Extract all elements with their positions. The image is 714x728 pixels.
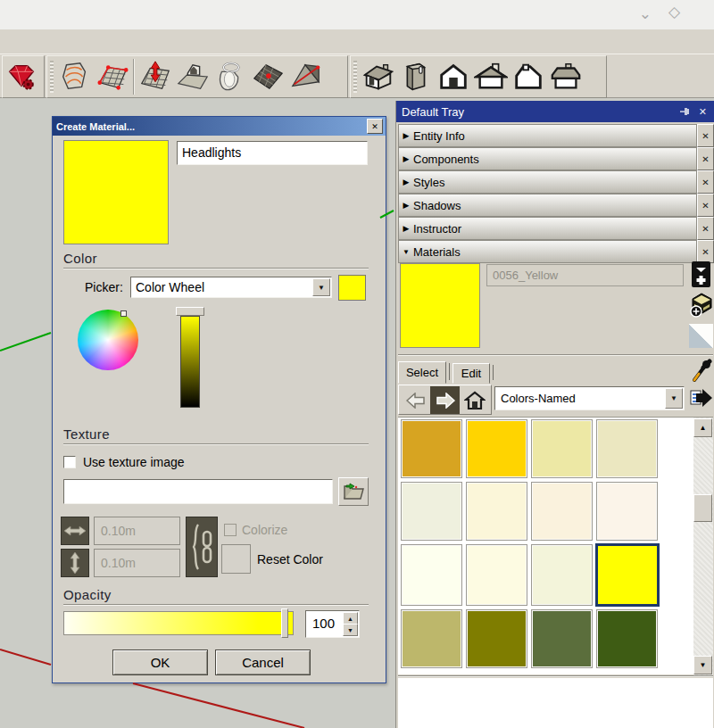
ruby-extension-icon[interactable] — [3, 58, 40, 95]
color-swatch[interactable] — [401, 609, 462, 668]
house-chimney-icon[interactable] — [472, 58, 510, 95]
close-icon[interactable]: ✕ — [697, 217, 714, 240]
stamp-icon[interactable] — [174, 58, 212, 95]
scroll-down-icon[interactable]: ▼ — [693, 656, 712, 674]
house-3d-icon[interactable] — [360, 58, 397, 95]
collection-dropdown[interactable]: Colors-Named ▼ — [494, 386, 685, 410]
color-swatch[interactable] — [531, 482, 593, 541]
sample-paint-icon[interactable] — [691, 358, 712, 384]
tab-select[interactable]: Select — [398, 361, 446, 384]
house-outline-icon[interactable] — [510, 58, 547, 95]
texture-width-field: 0.10m — [94, 517, 180, 545]
tray-section-styles[interactable]: ▶ Styles — [398, 170, 697, 194]
color-swatch[interactable] — [466, 482, 527, 541]
scroll-up-icon[interactable]: ▲ — [693, 418, 712, 437]
add-detail-icon[interactable] — [249, 58, 286, 95]
close-icon[interactable]: ✕ — [697, 194, 714, 217]
color-section-heading: Color — [63, 251, 97, 266]
create-material-dialog: Create Material... ✕ Headlights Color Pi… — [52, 116, 386, 683]
reset-color-swatch[interactable] — [221, 544, 251, 574]
lock-aspect-icon[interactable] — [186, 517, 218, 577]
tray-section-shadows[interactable]: ▶ Shadows — [398, 194, 697, 217]
scrollbar-thumb[interactable] — [693, 494, 712, 522]
section-label: Entity Info — [413, 129, 465, 143]
ok-button[interactable]: OK — [112, 649, 208, 675]
spinner-up-icon[interactable]: ▲ — [343, 612, 358, 625]
section-label: Materials — [413, 245, 461, 259]
color-swatch[interactable] — [466, 544, 527, 606]
close-icon[interactable]: ✕ — [697, 147, 714, 170]
tray-section-materials[interactable]: ▼ Materials — [398, 240, 697, 263]
toolbar-grip[interactable] — [353, 61, 357, 93]
color-swatch[interactable] — [466, 419, 527, 478]
value-slider-handle[interactable] — [176, 307, 204, 316]
close-icon[interactable]: ✕ — [697, 124, 714, 147]
color-swatch[interactable] — [466, 609, 527, 668]
toolbar-grip[interactable] — [50, 61, 54, 93]
value-slider-track[interactable] — [180, 316, 200, 408]
tab-edit[interactable]: Edit — [452, 363, 490, 384]
in-model-icon[interactable] — [689, 385, 713, 411]
default-material-swatch[interactable] — [689, 324, 713, 348]
use-texture-checkbox[interactable] — [63, 456, 76, 468]
toolbar — [0, 54, 714, 98]
color-swatch[interactable] — [531, 544, 593, 606]
spinner-down-icon[interactable]: ▼ — [343, 624, 358, 636]
opacity-value: 100 — [312, 616, 335, 631]
create-material-icon[interactable] — [689, 292, 713, 318]
color-swatch[interactable] — [596, 419, 658, 478]
color-swatch[interactable] — [596, 482, 658, 541]
expand-arrow-icon: ▶ — [399, 131, 413, 140]
opacity-spinner[interactable]: 100 ▲ ▼ — [305, 610, 360, 638]
color-wheel[interactable] — [78, 310, 138, 370]
chevron-down-icon[interactable]: ▼ — [312, 278, 330, 296]
pin-icon[interactable] — [680, 107, 690, 117]
chevron-down-icon[interactable]: ▼ — [665, 388, 683, 409]
forward-arrow-icon[interactable] — [430, 386, 460, 414]
material-name-input[interactable]: Headlights — [177, 141, 368, 165]
colorize-label: Colorize — [242, 523, 287, 537]
color-swatch[interactable] — [531, 419, 593, 478]
picker-dropdown[interactable]: Color Wheel ▼ — [130, 277, 332, 298]
texture-section-heading: Texture — [63, 426, 110, 442]
browse-texture-button[interactable] — [338, 477, 369, 506]
color-swatch-selected[interactable] — [595, 543, 660, 607]
flip-edge-icon[interactable] — [286, 58, 324, 95]
close-icon[interactable]: ✕ — [367, 119, 383, 134]
colorize-checkbox — [224, 524, 237, 536]
color-swatch[interactable] — [401, 544, 462, 606]
color-swatch[interactable] — [401, 482, 462, 541]
divider — [63, 268, 369, 269]
chevron-down-icon[interactable]: ⌄ — [639, 5, 652, 23]
close-icon[interactable]: ✕ — [697, 240, 714, 263]
color-swatch[interactable] — [401, 419, 462, 478]
tray-section-entity-info[interactable]: ▶ Entity Info — [398, 124, 697, 147]
component-box-icon[interactable] — [397, 58, 435, 95]
opacity-slider-handle[interactable] — [281, 608, 288, 638]
diamond-icon[interactable]: ◇ — [668, 4, 680, 21]
close-icon[interactable]: ✕ — [699, 106, 707, 118]
drape-icon[interactable] — [212, 58, 249, 95]
smoove-icon[interactable] — [137, 58, 174, 95]
tray-section-components[interactable]: ▶ Components — [398, 147, 697, 170]
terrain-from-contours-icon[interactable] — [56, 58, 94, 95]
close-icon[interactable]: ✕ — [697, 170, 714, 194]
terrain-from-scratch-icon[interactable] — [94, 58, 131, 95]
color-swatch[interactable] — [531, 609, 593, 668]
picker-label: Picker: — [85, 280, 123, 294]
color-swatch[interactable] — [596, 609, 658, 668]
scrollbar[interactable]: ▲ ▼ — [693, 418, 713, 675]
secondary-pane-icon[interactable] — [692, 261, 710, 287]
opacity-slider-track[interactable] — [63, 611, 294, 635]
house-front-icon[interactable] — [435, 58, 472, 95]
back-arrow-icon[interactable] — [402, 386, 429, 414]
cancel-button[interactable]: Cancel — [215, 649, 311, 675]
dialog-titlebar[interactable]: Create Material... ✕ — [53, 117, 386, 136]
tray-section-instructor[interactable]: ▶ Instructor — [398, 217, 697, 240]
home-icon[interactable] — [461, 386, 489, 414]
house-flat-icon[interactable] — [547, 58, 585, 95]
texture-path-input[interactable] — [63, 479, 333, 504]
texture-height-icon — [61, 549, 89, 577]
material-name-field[interactable]: 0056_Yellow — [486, 264, 684, 286]
color-wheel-marker[interactable] — [120, 310, 127, 317]
